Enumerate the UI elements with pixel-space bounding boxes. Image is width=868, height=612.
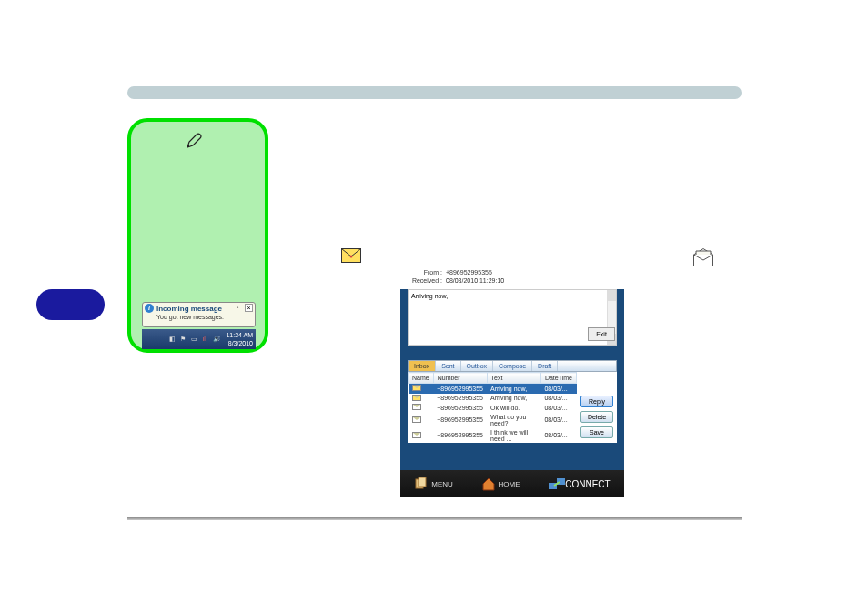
balloon-close-icon[interactable]: × [245, 304, 253, 312]
mail-read-icon [412, 404, 421, 410]
system-tray[interactable]: ◧ ⚑ ▭ ıl 🔊 [169, 336, 223, 344]
mail-unread-icon [412, 395, 421, 401]
tray-volume-icon[interactable]: 🔊 [213, 336, 221, 344]
tray-app-icon[interactable]: ◧ [169, 336, 177, 344]
notification-balloon[interactable]: i Incoming message You got new messages.… [142, 302, 256, 327]
svg-rect-3 [419, 477, 426, 487]
sms-tabs: Inbox Sent Outbox Compose Draft [408, 360, 617, 372]
top-divider-bar [127, 86, 742, 99]
connect-icon [548, 477, 562, 491]
info-icon: i [145, 304, 154, 313]
envelope-closed-icon [341, 248, 361, 266]
col-name[interactable]: Name [409, 373, 434, 384]
bottom-divider [127, 517, 742, 520]
menu-button[interactable]: MENU [414, 477, 453, 491]
taskbar-clock[interactable]: 11:24 AM 8/3/2010 [223, 331, 256, 347]
table-row[interactable]: +896952995355 I think we will need ... 0… [409, 427, 577, 443]
exit-button[interactable]: Exit [588, 327, 615, 341]
sms-bottom-bar: MENU HOME CONNECT [400, 470, 624, 497]
table-row[interactable]: +896952995355 Ok will do. 08/03/... [409, 403, 577, 412]
received-value: 08/03/2010 11:29:10 [446, 277, 504, 284]
notification-body: You got new messages. [143, 314, 255, 322]
tab-outbox[interactable]: Outbox [461, 361, 494, 371]
from-value: +896952995355 [446, 269, 492, 276]
reply-button[interactable]: Reply [580, 396, 613, 407]
table-row[interactable]: +896952995355 Arriving now, 08/03/... [409, 394, 577, 403]
home-icon [481, 477, 496, 491]
mail-read-icon [412, 416, 421, 423]
table-row[interactable]: +896952995355 Arriving now, 08/03/... [409, 384, 577, 394]
tray-signal-icon[interactable]: ıl [202, 336, 210, 344]
balloon-prev-icon[interactable]: ‹ [234, 304, 242, 312]
message-body-text: Arriving now, [411, 293, 448, 299]
envelope-open-icon [693, 248, 713, 270]
blue-note-lozenge [36, 289, 105, 320]
connect-button[interactable]: CONNECT [548, 477, 610, 491]
tray-network-icon[interactable]: ▭ [191, 336, 199, 344]
mail-read-icon [412, 432, 421, 438]
save-button[interactable]: Save [580, 426, 613, 438]
tray-flag-icon[interactable]: ⚑ [180, 336, 188, 344]
home-button[interactable]: HOME [481, 477, 520, 491]
tab-inbox[interactable]: Inbox [409, 361, 436, 371]
from-label: From : [408, 269, 446, 276]
sms-list-panel: Name Number Text DateTime +896952995355 … [408, 372, 617, 443]
svg-point-1 [350, 256, 353, 258]
sms-message-table[interactable]: Name Number Text DateTime +896952995355 … [408, 372, 577, 443]
col-datetime[interactable]: DateTime [540, 373, 576, 384]
tab-compose[interactable]: Compose [493, 361, 532, 371]
sms-application-window: From : +896952995355 Received : 08/03/20… [400, 264, 624, 497]
col-number[interactable]: Number [433, 373, 487, 384]
mail-unread-icon [412, 385, 421, 391]
menu-icon [414, 477, 429, 491]
message-body-textarea[interactable]: Arriving now, [408, 289, 617, 346]
windows-taskbar[interactable]: ◧ ⚑ ▭ ıl 🔊 11:24 AM 8/3/2010 [142, 329, 256, 349]
taskbar-time: 11:24 AM [226, 331, 253, 339]
col-text[interactable]: Text [487, 373, 540, 384]
table-row[interactable]: +896952995355 What do you need? 08/03/..… [409, 412, 577, 427]
sms-header-panel: From : +896952995355 Received : 08/03/20… [400, 264, 624, 289]
taskbar-date: 8/3/2010 [226, 339, 253, 347]
pen-icon [186, 133, 202, 153]
tab-sent[interactable]: Sent [436, 361, 460, 371]
received-label: Received : [408, 277, 446, 284]
tab-draft[interactable]: Draft [532, 361, 558, 371]
notification-title: Incoming message [156, 305, 222, 313]
sms-action-buttons: Reply Delete Save [577, 372, 617, 443]
delete-button[interactable]: Delete [580, 411, 613, 423]
